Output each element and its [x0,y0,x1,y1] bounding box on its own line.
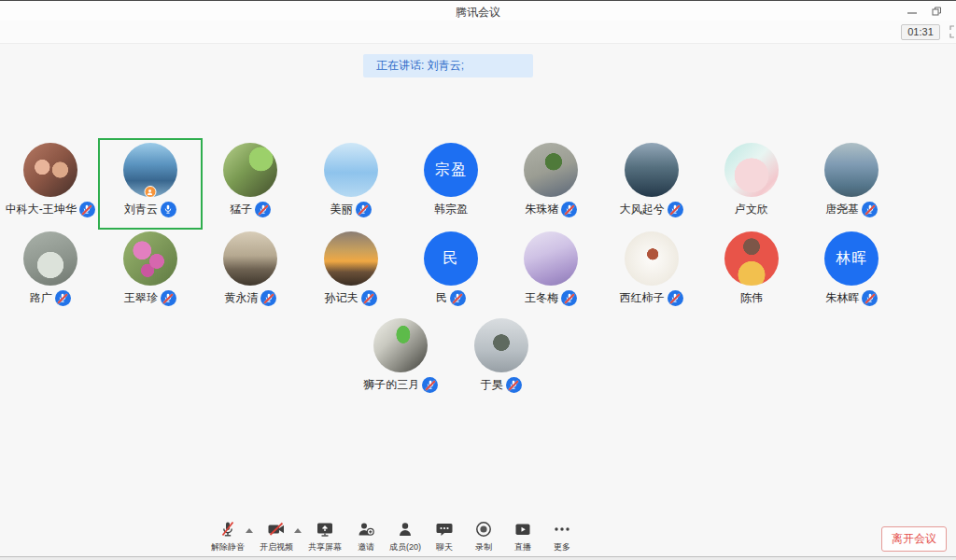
mic-status-icon [450,290,466,306]
participant-tile[interactable]: 刘青云 [100,140,200,228]
participant-tile[interactable]: 中科大-王坤华 [0,140,100,228]
participant-avatar [524,143,578,197]
participant-avatar [23,143,77,197]
members-icon [396,520,415,539]
minimize-icon [907,6,918,17]
mic-status-icon [361,290,377,306]
toolbar-label-share-screen: 共享屏幕 [308,541,342,553]
share-screen-icon [316,520,334,539]
toolbar-invite-button[interactable]: 邀请 [346,520,386,553]
participant-name: 黄永清 [224,290,258,306]
participant-tile[interactable]: 王冬梅 [501,229,601,316]
toolbar-unmute-button[interactable]: 解除静音 [206,520,249,553]
toolbar-start-video-button[interactable]: 开启视频 [255,520,298,553]
participant-tile[interactable]: 陈伟 [701,229,801,316]
participant-avatar: 宗盈 [424,143,478,197]
participant-avatar [123,231,177,286]
participant-name: 猛子 [230,202,252,217]
participant-name: 王冬梅 [525,290,558,306]
mic-status-icon [506,377,522,393]
toolbar-label-record: 录制 [475,541,492,553]
window-title: 腾讯会议 [456,5,500,21]
mic-status-icon [862,290,878,306]
participant-avatar [223,231,277,286]
toolbar-label-start-video: 开启视频 [260,541,293,553]
participant-avatar [223,143,277,197]
participant-tile[interactable]: 黄永清 [201,229,301,316]
more-dots-icon [553,520,571,539]
participant-name: 民 [436,290,447,306]
restore-icon [931,6,942,17]
participant-name: 狮子的三月 [363,377,419,393]
fullscreen-icon[interactable] [949,25,956,42]
participant-tile[interactable]: 卢文欣 [701,140,801,228]
participant-tile[interactable]: 西红柿子 [601,229,701,316]
avatar-initials: 民 [443,249,458,269]
mic-status-icon [561,290,577,306]
leave-meeting-button[interactable]: 离开会议 [881,526,947,552]
participant-avatar: 林晖 [824,231,879,286]
mic-muted-icon [218,520,237,539]
participant-avatar: 民 [424,231,478,286]
participant-tile[interactable]: 猛子 [201,140,301,228]
toolbar-more-button[interactable]: 更多 [542,520,582,553]
toolbar-record-button[interactable]: 录制 [464,520,503,553]
toolbar-label-more: 更多 [554,541,570,553]
participant-name: 刘青云 [124,202,158,217]
participant-tile[interactable]: 狮子的三月 [351,315,451,403]
toolbar-members-button[interactable]: 成员(20) [386,520,425,553]
participant-avatar [123,143,177,197]
participant-row-1: 中科大-王坤华 刘青云 猛子 美丽 宗盈 [0,140,902,228]
participant-name: 西红柿子 [620,290,665,306]
meeting-info-bar: 01:31 [0,21,956,44]
participant-tile[interactable]: 朱珠猪 [501,140,601,228]
participant-tile[interactable]: 唐尧基 [802,140,902,228]
toolbar-label-unmute: 解除静音 [211,541,245,553]
participant-tile[interactable]: 大风起兮 [601,140,701,228]
mic-status-icon [255,202,271,217]
participant-tile[interactable]: 路广 [0,229,100,316]
participant-avatar [373,318,428,372]
camera-muted-icon [267,520,286,539]
mic-status-icon [561,202,577,217]
participant-avatar [524,231,578,286]
participant-name: 孙记夫 [325,290,358,306]
minimize-button[interactable] [904,5,921,18]
mic-status-icon [161,202,176,217]
participant-tile[interactable]: 民 民 [401,229,500,316]
live-stream-icon [513,520,532,539]
participant-tile[interactable]: 王翠珍 [100,229,200,316]
participant-name: 朱林晖 [825,290,859,306]
mic-status-icon [79,202,95,217]
toolbar: 解除静音 开启视频 共享屏幕 邀请 成员(20) 聊天 录制 直播 更多 [206,520,582,553]
participant-tile[interactable]: 孙记夫 [301,229,401,316]
participant-name: 王翠珍 [124,290,158,306]
participant-tile[interactable]: 宗盈 韩宗盈 [401,140,500,228]
participant-name: 朱珠猪 [525,202,558,217]
mic-status-icon [668,202,683,217]
toolbar-label-members: 成员(20) [389,541,421,553]
toolbar-live-button[interactable]: 直播 [503,520,542,553]
mic-options-caret[interactable] [246,528,253,533]
restore-button[interactable] [928,5,945,18]
participant-tile[interactable]: 于昊 [451,315,551,403]
participant-tile[interactable]: 美丽 [301,140,401,228]
titlebar: 腾讯会议 [0,0,956,21]
video-options-caret[interactable] [294,528,302,533]
participant-name: 卢文欣 [735,202,768,217]
toolbar-label-chat: 聊天 [436,541,453,553]
participant-name: 中科大-王坤华 [6,202,77,217]
toolbar-chat-button[interactable]: 聊天 [425,520,464,553]
participant-name: 美丽 [330,202,353,217]
participant-name: 韩宗盈 [434,202,468,217]
toolbar-share-screen-button[interactable]: 共享屏幕 [303,520,346,553]
chat-icon [435,520,454,539]
participant-row-2: 路广 王翠珍 黄永清 孙记夫 民 [0,229,902,316]
mic-status-icon [862,202,878,217]
meeting-timer: 01:31 [901,24,940,40]
mic-status-icon [161,290,176,306]
mic-status-icon [668,290,683,306]
participant-name: 路广 [30,290,52,306]
participant-tile[interactable]: 林晖 朱林晖 [802,229,902,316]
toolbar-label-invite: 邀请 [358,541,374,553]
